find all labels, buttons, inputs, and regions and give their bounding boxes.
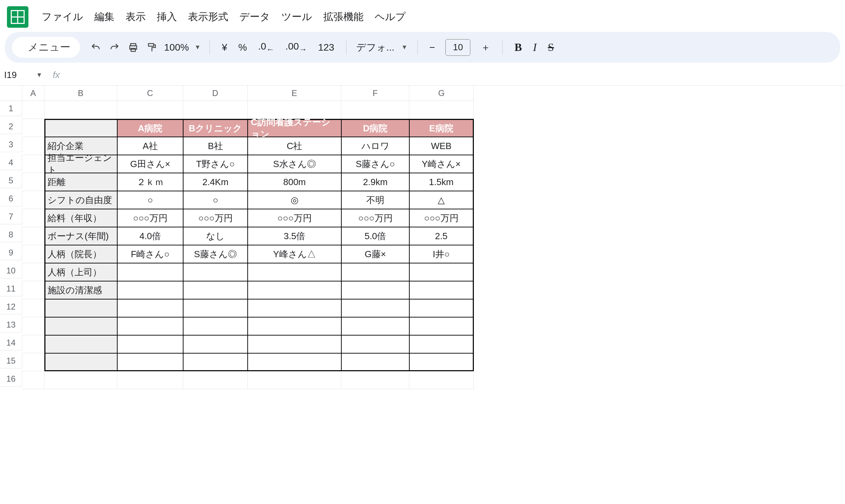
font-size-decrease-button[interactable]: −	[424, 42, 441, 53]
row-header-7[interactable]: 7	[0, 209, 22, 224]
table-cell-r12-c1[interactable]	[183, 353, 248, 371]
table-cell-r12-c3[interactable]	[341, 353, 409, 371]
cell-G1[interactable]	[409, 101, 474, 119]
more-formats-button[interactable]: 123	[313, 42, 340, 53]
table-cell-r8-c0[interactable]	[117, 281, 183, 299]
select-all-corner[interactable]	[0, 86, 22, 101]
undo-button[interactable]	[86, 38, 105, 57]
format-percent-button[interactable]: %	[233, 42, 253, 53]
table-cell-r9-c4[interactable]	[409, 299, 474, 317]
search-menus-pill[interactable]: メニュー	[12, 37, 80, 58]
spreadsheet-grid[interactable]: ABCDEFG12A病院BクリニックC訪問看護ステーションD病院E病院3紹介企業…	[0, 86, 845, 389]
table-cell-r6-c0[interactable]: F崎さん○	[117, 245, 183, 263]
table-cell-r11-c4[interactable]	[409, 335, 474, 353]
column-header-B[interactable]: B	[44, 86, 117, 101]
row-header-13[interactable]: 13	[0, 317, 22, 332]
table-cell-r0-c2[interactable]: C社	[248, 137, 341, 155]
table-cell-r1-c1[interactable]: T野さん○	[183, 155, 248, 173]
zoom-dropdown[interactable]: 100% ▼	[161, 42, 203, 53]
menu-extensions[interactable]: 拡張機能	[323, 9, 364, 25]
table-row-label-5[interactable]: ボーナス(年間)	[44, 227, 117, 245]
row-header-5[interactable]: 5	[0, 173, 22, 188]
cell-A5[interactable]	[22, 173, 44, 191]
row-header-15[interactable]: 15	[0, 353, 22, 368]
cell-C16[interactable]	[117, 371, 183, 389]
cell-A4[interactable]	[22, 155, 44, 173]
cell-F1[interactable]	[341, 101, 409, 119]
column-header-A[interactable]: A	[22, 86, 44, 101]
table-cell-r1-c4[interactable]: Y崎さん×	[409, 155, 474, 173]
row-header-10[interactable]: 10	[0, 263, 22, 278]
table-cell-r0-c4[interactable]: WEB	[409, 137, 474, 155]
table-corner[interactable]	[44, 119, 117, 137]
table-cell-r11-c2[interactable]	[248, 335, 341, 353]
row-header-12[interactable]: 12	[0, 299, 22, 314]
table-cell-r1-c3[interactable]: S藤さん○	[341, 155, 409, 173]
table-cell-r3-c3[interactable]: 不明	[341, 191, 409, 209]
row-header-2[interactable]: 2	[0, 119, 22, 134]
menu-edit[interactable]: 編集	[94, 9, 115, 25]
table-row-label-1[interactable]: 担当エージェント	[44, 155, 117, 173]
table-cell-r7-c0[interactable]	[117, 263, 183, 281]
cell-A9[interactable]	[22, 245, 44, 263]
table-cell-r4-c0[interactable]: ○○○万円	[117, 209, 183, 227]
table-cell-r10-c2[interactable]	[248, 317, 341, 335]
row-header-8[interactable]: 8	[0, 227, 22, 242]
row-header-9[interactable]: 9	[0, 245, 22, 260]
paint-format-button[interactable]	[143, 38, 161, 57]
table-cell-r6-c2[interactable]: Y峰さん△	[248, 245, 341, 263]
cell-A10[interactable]	[22, 263, 44, 281]
menu-file[interactable]: ファイル	[41, 9, 84, 25]
table-cell-r10-c1[interactable]	[183, 317, 248, 335]
table-cell-r9-c3[interactable]	[341, 299, 409, 317]
table-cell-r12-c2[interactable]	[248, 353, 341, 371]
table-header-4[interactable]: D病院	[341, 119, 409, 137]
table-cell-r0-c0[interactable]: A社	[117, 137, 183, 155]
table-cell-r4-c3[interactable]: ○○○万円	[341, 209, 409, 227]
increase-decimal-button[interactable]: .00→	[280, 41, 313, 54]
font-size-increase-button[interactable]: ＋	[475, 41, 496, 54]
decrease-decimal-button[interactable]: .0←	[253, 41, 280, 54]
cell-A16[interactable]	[22, 371, 44, 389]
table-cell-r2-c1[interactable]: 2.4Km	[183, 173, 248, 191]
table-cell-r9-c2[interactable]	[248, 299, 341, 317]
table-cell-r5-c3[interactable]: 5.0倍	[341, 227, 409, 245]
cell-C1[interactable]	[117, 101, 183, 119]
cell-F16[interactable]	[341, 371, 409, 389]
column-header-E[interactable]: E	[248, 86, 341, 101]
table-cell-r2-c2[interactable]: 800m	[248, 173, 341, 191]
table-cell-r4-c1[interactable]: ○○○万円	[183, 209, 248, 227]
menu-help[interactable]: ヘルプ	[374, 9, 407, 25]
cell-G16[interactable]	[409, 371, 474, 389]
table-cell-r10-c4[interactable]	[409, 317, 474, 335]
format-currency-button[interactable]: ¥	[216, 42, 233, 53]
table-cell-r11-c3[interactable]	[341, 335, 409, 353]
column-header-G[interactable]: G	[409, 86, 474, 101]
menu-format[interactable]: 表示形式	[187, 9, 229, 25]
column-header-F[interactable]: F	[341, 86, 409, 101]
cell-B16[interactable]	[44, 371, 117, 389]
table-cell-r9-c1[interactable]	[183, 299, 248, 317]
cell-A11[interactable]	[22, 281, 44, 299]
row-header-6[interactable]: 6	[0, 191, 22, 206]
table-header-2[interactable]: Bクリニック	[183, 119, 248, 137]
table-cell-r8-c1[interactable]	[183, 281, 248, 299]
table-cell-r7-c2[interactable]	[248, 263, 341, 281]
cell-D1[interactable]	[183, 101, 248, 119]
table-cell-r4-c4[interactable]: ○○○万円	[409, 209, 474, 227]
cell-A1[interactable]	[22, 101, 44, 119]
column-header-D[interactable]: D	[183, 86, 248, 101]
italic-button[interactable]: I	[527, 41, 542, 54]
cell-D16[interactable]	[183, 371, 248, 389]
table-cell-r5-c0[interactable]: 4.0倍	[117, 227, 183, 245]
menu-data[interactable]: データ	[239, 9, 271, 25]
print-button[interactable]	[124, 38, 143, 57]
row-header-16[interactable]: 16	[0, 371, 22, 386]
cell-A8[interactable]	[22, 227, 44, 245]
font-size-input[interactable]: 10	[445, 39, 470, 56]
table-cell-r2-c4[interactable]: 1.5km	[409, 173, 474, 191]
table-cell-r6-c3[interactable]: G藤×	[341, 245, 409, 263]
cell-A14[interactable]	[22, 335, 44, 353]
table-cell-r9-c0[interactable]	[117, 299, 183, 317]
table-cell-r11-c0[interactable]	[117, 335, 183, 353]
